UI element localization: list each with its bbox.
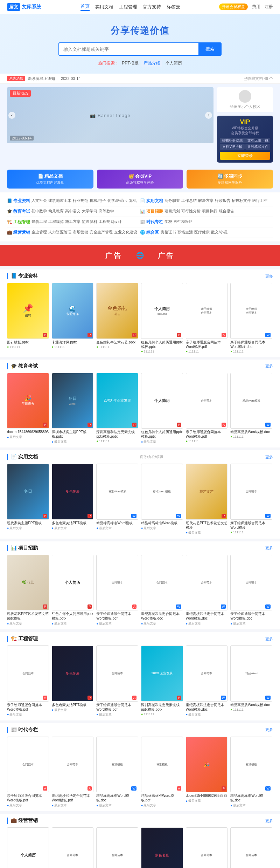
- search-input[interactable]: [58, 42, 198, 56]
- cat-link[interactable]: 化学/医药: [107, 198, 124, 203]
- cat-link[interactable]: 幼儿教育: [48, 209, 64, 214]
- doc-card[interactable]: 合同范本 A 亲子绘师通版合同范本Word模板.pdf ●最后文章: [96, 645, 138, 717]
- nav-support[interactable]: 官方支持: [143, 4, 161, 10]
- banner-prev[interactable]: ‹: [8, 112, 15, 119]
- doc-card[interactable]: 🌿 花艺 P 现代花艺PPT艺术花艺文艺pptx模板 ●最后文章: [7, 555, 49, 626]
- cat-link[interactable]: 行业规范: [73, 198, 88, 203]
- doc-card[interactable]: 亲子绘师合同范本 W 亲子绘师通版合同范本Word模板.doc ●111111: [230, 283, 272, 353]
- cat-link[interactable]: 工程规划设计: [99, 219, 122, 224]
- doc-card[interactable]: 多色奢豪 P 多色奢豪美洁PPT模板 ●最后文章: [52, 645, 94, 717]
- cat-link[interactable]: 学校: [164, 219, 172, 224]
- feat-btn-sync[interactable]: 🔄 多端同步 多终端同步服务: [187, 170, 273, 189]
- doc-card[interactable]: 个人简历 P 红色几何个人简历通用pptx模板.pptx ●最后文章: [52, 555, 94, 626]
- doc-card[interactable]: 亲子绘师合同范本 A 亲子绘师通版合同范本Word模板.pdf ●111111: [186, 283, 228, 353]
- cat-link[interactable]: 安全生产管理: [90, 230, 113, 235]
- cat-link[interactable]: 商务职业: [164, 198, 180, 203]
- doc-card[interactable]: 个人简历Resume P 红色几何个人简历通用pptx模板.pptx ●1111…: [141, 283, 183, 353]
- doc-card[interactable]: 个人简历 P 红色几何个人简历通用pptx模板.pptx ●最后文章: [141, 373, 183, 444]
- cat-link[interactable]: 工作总结: [181, 198, 197, 203]
- ad-banner[interactable]: 广告 🌐 广告: [0, 245, 280, 266]
- hot-tag-product[interactable]: 产品介绍: [141, 60, 162, 67]
- doc-card[interactable]: 花艺文艺 P 现代花艺PPT艺术花艺文艺模板 ●最后文章: [186, 464, 228, 535]
- cat-link[interactable]: 人力资源管理: [48, 230, 71, 235]
- doc-card[interactable]: 合同范本 A 亲子绘师通版合同范本Word模板.pdf ●最后文章: [7, 737, 49, 808]
- feat-btn-vip[interactable]: 👑 会员VIP 高级特权尊享体验: [97, 170, 183, 189]
- vip-login-btn[interactable]: 立即登录: [220, 152, 270, 160]
- cat-link[interactable]: 企业管理: [31, 230, 47, 235]
- doc-card[interactable]: 合同范本 A 亲子绘师通版合同范本Word模板.pdf ●最后文章: [96, 827, 138, 868]
- cat-link[interactable]: 高等数学: [99, 209, 114, 214]
- doc-card[interactable]: 标准Word模板 W 精品标高标准Word模板 ●最后文章: [96, 464, 138, 535]
- cat-link[interactable]: 施工方案: [65, 219, 80, 224]
- doc-card[interactable]: 合同范本 A 亲子绘师通版合同范本Word模板.pdf ●111111: [186, 373, 228, 444]
- section-more-education[interactable]: 更多: [265, 363, 273, 369]
- cat-link[interactable]: 招投标文件: [232, 198, 251, 203]
- cat-link[interactable]: 机械/电子: [90, 198, 106, 203]
- section-more-professional[interactable]: 更多: [265, 274, 273, 279]
- doc-card[interactable]: 合同范本 W 世纪高楼和法定合同范本Word模板.doc ●最后文章: [186, 555, 228, 626]
- hot-tag-resume[interactable]: 个人简历: [165, 60, 182, 66]
- section-more-project[interactable]: 更多: [265, 545, 273, 551]
- logo[interactable]: 届文 文库系统: [7, 3, 41, 11]
- doc-card[interactable]: 个人简历 P 红色几何个人简历通用pptx模板.pptx ●最后文章: [7, 827, 49, 868]
- cat-link[interactable]: 高中语文: [65, 209, 80, 214]
- doc-card[interactable]: 合同范本 W 世纪高楼和法定合同范本Word模板.doc ●最后文章: [230, 827, 272, 868]
- doc-card[interactable]: 精品Word W 精品高品质Word模板.doc ●111111: [230, 645, 272, 717]
- cat-link[interactable]: 市场营销: [73, 230, 88, 235]
- doc-card[interactable]: 🎉节日庆典 P docent1544869629658893.pptx ●最后文…: [7, 373, 49, 444]
- doc-card[interactable]: 🌊卡通海洋 P 卡通海洋风.pptx ●111111: [52, 283, 94, 353]
- banner-next[interactable]: ›: [205, 112, 212, 119]
- doc-card[interactable]: 合同范本 W 世纪高楼和法定合同范本Word模板.doc ●最后文章: [141, 555, 183, 626]
- doc-card[interactable]: 金色婚礼花艺 P 金色婚礼牛艺术花艺.pptx ●111111: [96, 283, 138, 353]
- cat-link[interactable]: 医疗健康: [194, 230, 210, 235]
- nav-engineering[interactable]: 工程管理: [119, 4, 137, 10]
- hot-tag-ppt[interactable]: PPT模板: [122, 60, 138, 66]
- search-button[interactable]: 搜索: [198, 42, 222, 56]
- doc-card[interactable]: 多色奢豪 P 多色奢豪美洁PPT模板 ●最后文章: [141, 827, 183, 868]
- vip-badge[interactable]: 开通会员权益: [219, 4, 248, 10]
- doc-card[interactable]: 合同范本 W 世纪高楼和法定合同范本Word模板.doc ●最后文章: [186, 645, 228, 717]
- cat-link[interactable]: 资格证书: [161, 230, 176, 235]
- cat-link[interactable]: PPT模板区: [174, 219, 192, 224]
- doc-card[interactable]: 标准模板 W 精品标高标准Word模板.doc ●最后文章: [96, 737, 138, 808]
- cat-link[interactable]: 职场生活: [177, 230, 193, 235]
- cat-link[interactable]: 项目策划: [164, 209, 180, 214]
- doc-card[interactable]: 📌图钉 P 图钉模板.pptx ●111111: [7, 283, 49, 353]
- cat-link[interactable]: 人文社会: [31, 198, 47, 203]
- nav-tags[interactable]: 标签云: [167, 4, 180, 10]
- doc-card[interactable]: 20XX 企业发展 P 深圳高楼和法定元素光线pptx模板.pptx ●1111…: [141, 645, 183, 717]
- cat-link[interactable]: 行政报告: [215, 198, 230, 203]
- section-more-engineering[interactable]: 更多: [265, 636, 273, 642]
- doc-card[interactable]: 合同范本 A 世纪高楼和法定合同范本Word模板.pdf ●最后文章: [52, 737, 94, 808]
- doc-card[interactable]: 合同范本 A 亲子绘师通版合同范本Word模板.pdf ●最后文章: [52, 827, 94, 868]
- nav-home[interactable]: 首页: [80, 3, 90, 11]
- cat-link[interactable]: 建筑工程: [31, 219, 47, 224]
- doc-card[interactable]: 合同范本 A 亲子绘师通版合同范本Word模板.pdf ●最后文章: [7, 645, 49, 717]
- cat-link[interactable]: 建筑地质土木: [48, 198, 71, 203]
- doc-card[interactable]: 合同范本 W 世纪高楼和法定合同范本Word模板.doc ●最后文章: [186, 827, 228, 868]
- doc-card[interactable]: 合同范本 A 亲子绘师通版合同范本Word模板.pdf ●最后文章: [96, 555, 138, 626]
- doc-card[interactable]: 冬日 P 现代家装主题PPT模板 ●最后文章: [7, 464, 49, 535]
- section-more-marketing[interactable]: 更多: [265, 818, 273, 823]
- doc-card[interactable]: 合同范本 W 亲子绘师通版合同范本Word模板.doc ●最后文章: [230, 555, 272, 626]
- doc-card[interactable]: 🎉 P docent1544869629658893.pptx ●最后文章: [186, 737, 228, 808]
- cat-link[interactable]: 解决方案: [198, 198, 214, 203]
- cat-link[interactable]: 医疗卫生: [252, 198, 268, 203]
- doc-card[interactable]: 合同范本 W 亲子绘师通版合同范本Word模板 ●111111: [230, 464, 272, 535]
- section-more-practical[interactable]: 更多: [265, 454, 273, 460]
- doc-card[interactable]: 冬日winter P 深圳市楼房主题PPT模板.pptx ●最后文章: [52, 373, 94, 444]
- doc-card[interactable]: 精品Word模板 W 精品高品质Word模板.doc ●111111: [230, 373, 272, 444]
- cat-link[interactable]: 综合报告: [219, 209, 234, 214]
- section-more-column[interactable]: 更多: [265, 727, 273, 732]
- cat-link[interactable]: 计算机: [125, 198, 137, 203]
- cat-link[interactable]: 监理资料: [82, 219, 97, 224]
- doc-card[interactable]: 多色奢豪 P 多色奢豪美洁PPT模板 ●最后文章: [52, 464, 94, 535]
- cat-link[interactable]: 可行性分析: [181, 209, 201, 214]
- header-cost[interactable]: 费用: [252, 4, 260, 10]
- cat-link[interactable]: 项目执行: [202, 209, 217, 214]
- cat-link[interactable]: 工程规范: [48, 219, 64, 224]
- cat-link[interactable]: 企业文化建设: [114, 230, 137, 235]
- cat-link[interactable]: 初中数学: [31, 209, 47, 214]
- doc-card[interactable]: 20XX 年企业发展 P 深圳高楼和法定元素光线pptx模板.pptx ●111…: [96, 373, 138, 444]
- doc-card[interactable]: 标准模板 W 精品标高标准Word模板.doc ●最后文章: [230, 737, 272, 808]
